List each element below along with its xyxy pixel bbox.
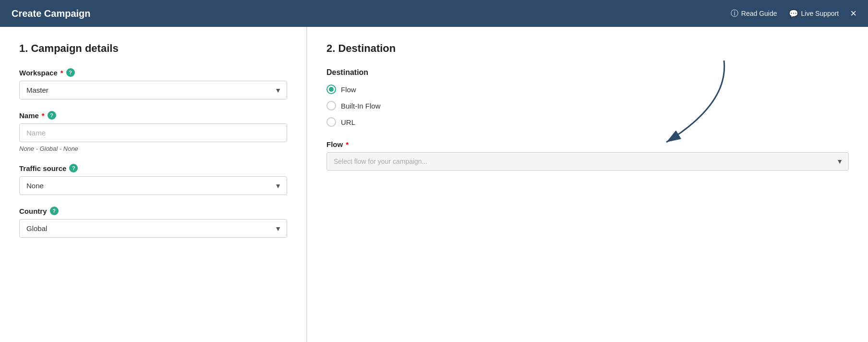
chat-icon: 💬 bbox=[789, 9, 798, 18]
destination-field: Destination Flow Built-In Flow URL bbox=[326, 68, 849, 127]
name-label: Name* ? bbox=[19, 111, 287, 120]
url-radio-button[interactable] bbox=[326, 117, 336, 127]
header-actions: ⓘ Read Guide 💬 Live Support × bbox=[731, 8, 856, 19]
page-title: Create Campaign bbox=[12, 8, 91, 19]
country-help-icon[interactable]: ? bbox=[50, 207, 59, 215]
live-support-label: Live Support bbox=[801, 10, 839, 17]
url-radio-label: URL bbox=[341, 118, 355, 126]
builtin-flow-radio-label: Built-In Flow bbox=[341, 102, 381, 110]
arrow-decoration bbox=[647, 56, 734, 152]
header: Create Campaign ⓘ Read Guide 💬 Live Supp… bbox=[0, 0, 868, 27]
destination-title: 2. Destination bbox=[326, 42, 849, 55]
destination-url-option[interactable]: URL bbox=[326, 117, 849, 127]
read-guide-label: Read Guide bbox=[741, 10, 777, 17]
flow-radio-label: Flow bbox=[341, 86, 356, 94]
traffic-source-field: Traffic source ? None ▼ bbox=[19, 164, 287, 195]
traffic-source-label: Traffic source ? bbox=[19, 164, 287, 172]
traffic-source-select-wrapper: None ▼ bbox=[19, 176, 287, 195]
name-field: Name* ? None - Global - None bbox=[19, 111, 287, 152]
traffic-source-select[interactable]: None bbox=[19, 176, 287, 195]
country-field: Country ? Global ▼ bbox=[19, 207, 287, 238]
flow-radio-button[interactable] bbox=[326, 85, 336, 94]
workspace-label: Workspace* ? bbox=[19, 68, 287, 77]
campaign-details-title: 1. Campaign details bbox=[19, 42, 287, 55]
live-support-button[interactable]: 💬 Live Support bbox=[789, 9, 839, 18]
name-input[interactable] bbox=[19, 123, 287, 142]
country-label: Country ? bbox=[19, 207, 287, 215]
builtin-flow-radio-button[interactable] bbox=[326, 101, 336, 110]
flow-select-wrapper: Select flow for your campaign... ▼ bbox=[326, 152, 849, 171]
flow-field: Flow* Select flow for your campaign... ▼ bbox=[326, 140, 849, 171]
country-select-wrapper: Global ▼ bbox=[19, 219, 287, 238]
left-panel: 1. Campaign details Workspace* ? Master … bbox=[0, 27, 307, 342]
workspace-field: Workspace* ? Master ▼ bbox=[19, 68, 287, 99]
right-panel: 2. Destination Destination Flow Built-In… bbox=[307, 27, 868, 342]
destination-flow-option[interactable]: Flow bbox=[326, 85, 849, 94]
question-icon: ⓘ bbox=[731, 9, 738, 19]
name-help-icon[interactable]: ? bbox=[48, 111, 56, 120]
flow-label: Flow* bbox=[326, 140, 849, 148]
destination-builtin-flow-option[interactable]: Built-In Flow bbox=[326, 101, 849, 110]
workspace-select[interactable]: Master bbox=[19, 81, 287, 99]
destination-radio-group: Flow Built-In Flow URL bbox=[326, 85, 849, 127]
name-hint: None - Global - None bbox=[19, 145, 287, 152]
main-content: 1. Campaign details Workspace* ? Master … bbox=[0, 27, 868, 342]
destination-label: Destination bbox=[326, 68, 849, 77]
workspace-help-icon[interactable]: ? bbox=[66, 68, 75, 77]
flow-select[interactable]: Select flow for your campaign... bbox=[326, 152, 849, 171]
country-select[interactable]: Global bbox=[19, 219, 287, 238]
traffic-source-help-icon[interactable]: ? bbox=[69, 164, 78, 172]
workspace-select-wrapper: Master ▼ bbox=[19, 81, 287, 99]
read-guide-button[interactable]: ⓘ Read Guide bbox=[731, 9, 777, 19]
close-button[interactable]: × bbox=[850, 8, 856, 19]
